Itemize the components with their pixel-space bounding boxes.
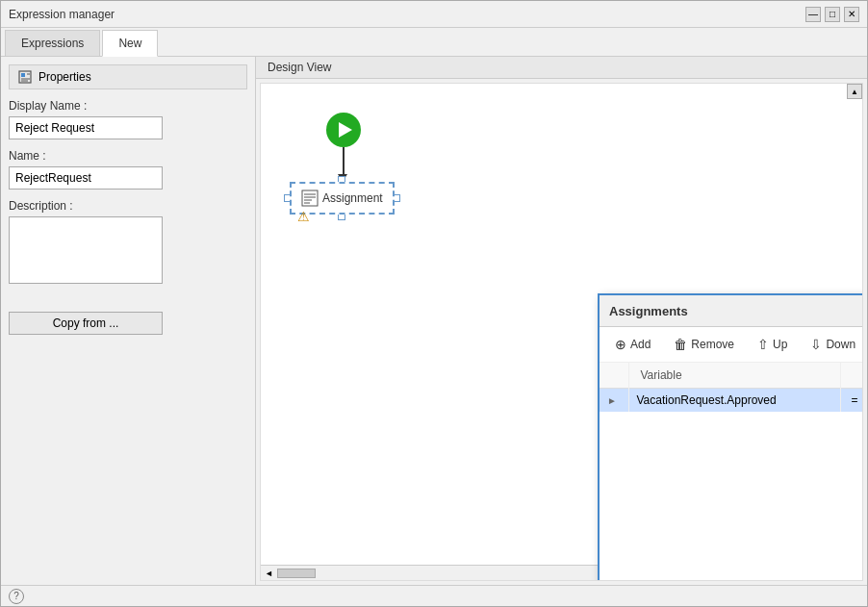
assignments-table: Variable Data [600,363,863,412]
flow-line [343,147,345,176]
scrollbar-thumb-h[interactable] [277,569,316,578]
dialog-title-bar: Assignments ✕ [600,295,863,327]
dialog-content: Variable Data [600,363,863,581]
design-canvas[interactable]: ▲ ▼ [260,83,863,581]
name-group: Name : [9,149,247,190]
svg-rect-1 [21,73,25,77]
display-name-label: Display Name : [9,99,247,113]
left-panel: Properties Display Name : Name : Descrip… [1,57,256,585]
down-icon: ⇩ [810,337,822,352]
design-view-header: Design View [256,57,867,79]
remove-icon: 🗑 [674,337,687,352]
add-icon: ⊕ [615,337,626,352]
description-label: Description : [9,199,247,213]
operator-cell: = [840,389,863,413]
title-bar-controls: — □ ✕ [805,7,859,22]
window-title: Expression manager [9,8,115,21]
close-button[interactable]: ✕ [844,7,859,22]
variable-col-header: Variable [628,363,840,389]
display-name-group: Display Name : [9,99,247,139]
expand-col-header [600,363,628,389]
dialog-toolbar: ⊕ Add 🗑 Remove ⇧ Up ⇩ D [600,327,863,363]
design-view-label: Design View [268,61,331,74]
main-window: Expression manager — □ ✕ Expressions New [0,0,868,607]
maximize-button[interactable]: □ [825,7,840,22]
remove-button[interactable]: 🗑 Remove [670,335,738,354]
minimize-button[interactable]: — [805,7,821,22]
title-bar: Expression manager — □ ✕ [1,1,867,28]
assignment-label: Assignment [322,191,383,205]
down-button[interactable]: ⇩ Down [806,335,859,354]
assignments-dialog: Assignments ✕ ⊕ Add 🗑 Remove [598,293,863,581]
tab-new[interactable]: New [102,30,158,57]
properties-header: Properties [9,64,247,89]
status-help-icon[interactable]: ? [9,589,24,604]
title-bar-left: Expression manager [9,8,115,21]
name-input[interactable] [9,166,163,190]
description-group: Description : [9,199,247,287]
svg-rect-5 [302,190,318,206]
warning-icon: ⚠ [297,209,310,224]
main-content: Properties Display Name : Name : Descrip… [1,57,867,585]
scroll-up-button[interactable]: ▲ [847,84,862,99]
variable-cell: VacationRequest.Approved [628,389,840,413]
scroll-left-button[interactable]: ◄ [261,569,277,578]
dialog-title: Assignments [609,304,688,318]
assignment-icon [301,190,319,207]
eq-col-header [840,363,863,389]
properties-icon [17,69,33,85]
start-play-icon [339,122,352,138]
start-node [326,113,361,147]
tab-expressions[interactable]: Expressions [5,30,100,56]
expand-cell[interactable]: ► [600,389,628,413]
expand-arrow-icon: ► [607,395,617,406]
assignment-node[interactable]: Assignment ⚠ [290,182,395,215]
properties-label: Properties [38,70,91,84]
up-icon: ⇧ [757,337,769,352]
right-panel: Design View ▲ ▼ [256,57,867,585]
description-input[interactable] [9,216,163,284]
copy-from-button[interactable]: Copy from ... [9,312,163,335]
add-button[interactable]: ⊕ Add [611,335,654,354]
status-bar: ? [1,585,867,606]
display-name-input[interactable] [9,116,163,139]
up-button[interactable]: ⇧ Up [753,335,791,354]
name-label: Name : [9,149,247,163]
table-row[interactable]: ► VacationRequest.Approved = [600,389,863,413]
tab-bar: Expressions New [1,28,867,57]
